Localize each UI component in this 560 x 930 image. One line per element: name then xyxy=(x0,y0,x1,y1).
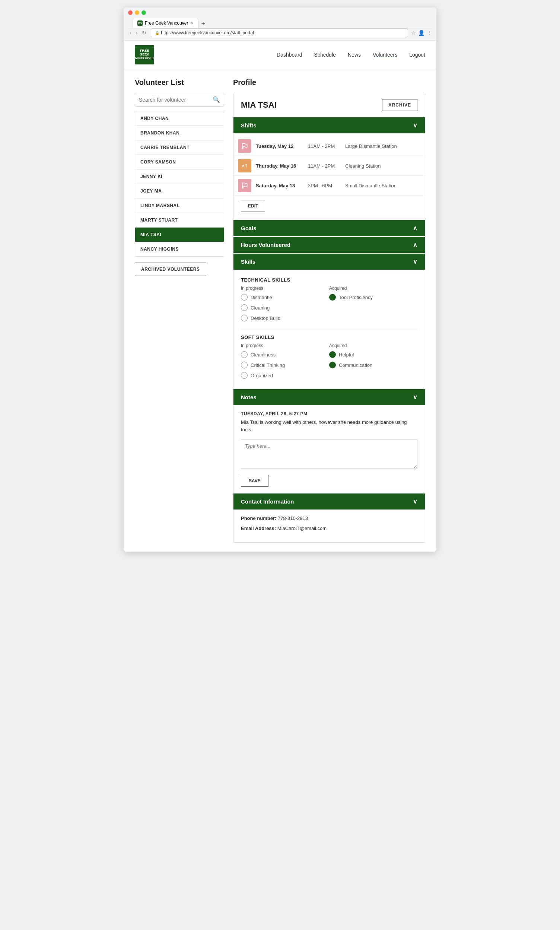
skills-label: Skills xyxy=(241,259,255,265)
url-bar[interactable]: 🔒 https://www.freegeekvancouver.org/staf… xyxy=(151,28,408,37)
notes-textarea[interactable] xyxy=(241,439,417,469)
volunteer-item-lindy-marshal[interactable]: LINDY MARSHAL xyxy=(135,199,224,213)
skill-cleanliness-label: Cleanliness xyxy=(251,352,275,357)
shift-day-3: Saturday, May 18 xyxy=(256,183,308,188)
soft-skills-title: SOFT SKILLS xyxy=(241,334,417,340)
shifts-section: Shifts ∨ Tuesday, May xyxy=(234,117,425,219)
nav-logout[interactable]: Logout xyxy=(409,52,425,58)
volunteer-item-joey-ma[interactable]: JOEY MA xyxy=(135,184,224,199)
menu-icon[interactable]: ⋮ xyxy=(427,30,432,36)
new-tab-icon[interactable]: + xyxy=(202,20,206,28)
soft-in-progress-col: In progress Cleanliness Critical Thinkin… xyxy=(241,343,329,382)
volunteer-item-marty-stuart[interactable]: MARTY STUART xyxy=(135,213,224,228)
logo-text: FREEGEEKVANCOUVER xyxy=(134,49,155,60)
nav-dashboard[interactable]: Dashboard xyxy=(277,52,302,58)
profile-panel: Profile MIA TSAI ARCHIVE Shifts ∨ xyxy=(233,78,425,543)
browser-actions: ☆ 👤 ⋮ xyxy=(411,30,432,36)
skills-section: Skills ∨ TECHNICAL SKILLS In progress xyxy=(234,254,425,388)
search-box[interactable]: 🔍 xyxy=(135,93,224,106)
skill-circle-desktop xyxy=(241,315,248,322)
shift-row-3: Saturday, May 18 3PM - 6PM Small Dismant… xyxy=(234,176,425,196)
skill-circle-organized xyxy=(241,372,248,379)
phone-label: Phone number: xyxy=(241,516,276,521)
shift-icon-dismantle-2 xyxy=(238,179,251,192)
url-text: https://www.freegeekvancouver.org/staff_… xyxy=(161,30,254,35)
star-icon[interactable]: ☆ xyxy=(411,30,416,36)
profile-header: MIA TSAI ARCHIVE xyxy=(234,93,425,117)
close-dot[interactable] xyxy=(128,11,132,15)
notes-header[interactable]: Notes ∨ xyxy=(234,389,425,405)
sidebar: Volunteer List 🔍 ANDY CHAN BRANDON KHAN … xyxy=(135,78,224,543)
volunteer-item-mia-tsai[interactable]: MIA TSAI xyxy=(135,228,224,242)
shift-day-2: Thursday, May 16 xyxy=(256,163,308,169)
skill-organized: Organized xyxy=(241,372,329,379)
save-note-button[interactable]: SAVE xyxy=(241,475,268,487)
forward-arrow[interactable]: › xyxy=(134,29,139,37)
contact-header[interactable]: Contact Information ∨ xyxy=(234,493,425,510)
skill-dismantle: Dismantle xyxy=(241,294,329,300)
lock-icon: 🔒 xyxy=(155,31,159,35)
goals-label: Goals xyxy=(241,225,257,231)
archived-volunteers-button[interactable]: ARCHIVED VOLUNTEERS xyxy=(135,263,206,276)
skill-critical-label: Critical Thinking xyxy=(251,362,285,368)
skill-circle-communication xyxy=(329,362,336,368)
shift-station-2: Cleaning Station xyxy=(345,163,380,169)
soft-acquired-col: Acquired Helpful Communication xyxy=(329,343,417,382)
soft-skills-columns: In progress Cleanliness Critical Thinkin… xyxy=(241,343,417,382)
technical-acquired-col: Acquired Tool Proficiency xyxy=(329,286,417,325)
active-tab[interactable]: FG Free Geek Vancouver ✕ xyxy=(132,18,198,28)
nav-news[interactable]: News xyxy=(348,52,361,58)
skill-cleanliness: Cleanliness xyxy=(241,351,329,358)
volunteer-item-cory-samson[interactable]: CORY SAMSON xyxy=(135,155,224,169)
volunteer-item-jenny-ki[interactable]: JENNY KI xyxy=(135,169,224,184)
notes-content: TUESDAY, APRIL 28, 5:27 PM Mia Tsai is w… xyxy=(234,405,425,493)
shifts-chevron: ∨ xyxy=(413,122,417,129)
skill-helpful-label: Helpful xyxy=(339,352,354,357)
skill-helpful: Helpful xyxy=(329,351,417,358)
contact-content: Phone number: 778-310-2913 Email Address… xyxy=(234,510,425,542)
nav-volunteers[interactable]: Volunteers xyxy=(373,52,397,58)
tab-close-icon[interactable]: ✕ xyxy=(191,21,194,25)
archive-button[interactable]: ARCHIVE xyxy=(382,99,417,111)
contact-label: Contact Information xyxy=(241,498,294,505)
minimize-dot[interactable] xyxy=(135,11,139,15)
hours-header[interactable]: Hours Volunteered ∧ xyxy=(234,237,425,253)
shifts-header[interactable]: Shifts ∨ xyxy=(234,117,425,133)
notes-section: Notes ∨ TUESDAY, APRIL 28, 5:27 PM Mia T… xyxy=(234,389,425,493)
goals-chevron: ∧ xyxy=(413,225,417,232)
browser-window: FG Free Geek Vancouver ✕ + ‹ › ↻ 🔒 https… xyxy=(124,8,436,551)
shift-row-2: Thursday, May 16 11AM - 2PM Cleaning Sta… xyxy=(234,156,425,176)
volunteer-item-brandon-khan[interactable]: BRANDON KHAN xyxy=(135,126,224,140)
back-arrow[interactable]: ‹ xyxy=(128,29,133,37)
volunteer-item-carrie-tremblant[interactable]: CARRIE TREMBLANT xyxy=(135,140,224,155)
skill-circle-critical xyxy=(241,362,248,368)
nav-schedule[interactable]: Schedule xyxy=(314,52,336,58)
phone-row: Phone number: 778-310-2913 xyxy=(241,516,417,521)
hours-section: Hours Volunteered ∧ xyxy=(234,237,425,253)
skill-critical-thinking: Critical Thinking xyxy=(241,362,329,368)
logo: FREEGEEKVANCOUVER xyxy=(135,45,154,65)
email-row: Email Address: MiaCarolT@email.com xyxy=(241,525,417,531)
maximize-dot[interactable] xyxy=(142,11,146,15)
volunteer-item-andy-chan[interactable]: ANDY CHAN xyxy=(135,111,224,126)
soft-acquired-label: Acquired xyxy=(329,343,417,348)
skills-header[interactable]: Skills ∨ xyxy=(234,254,425,269)
edit-shifts-button[interactable]: EDIT xyxy=(241,200,265,212)
top-nav: FREEGEEKVANCOUVER Dashboard Schedule New… xyxy=(124,41,436,69)
skill-organized-label: Organized xyxy=(251,373,273,379)
note-text: Mia Tsai is working well with others, ho… xyxy=(241,419,417,433)
reload-icon[interactable]: ↻ xyxy=(140,29,148,37)
goals-header[interactable]: Goals ∧ xyxy=(234,220,425,236)
volunteer-item-nancy-higgins[interactable]: NANCY HIGGINS xyxy=(135,242,224,256)
volunteer-name: MIA TSAI xyxy=(241,100,277,110)
skill-circle-helpful xyxy=(329,351,336,358)
profile-icon[interactable]: 👤 xyxy=(418,30,425,36)
skill-circle-cleanliness xyxy=(241,351,248,358)
search-input[interactable] xyxy=(139,97,212,103)
nav-arrows: ‹ › ↻ xyxy=(128,29,148,37)
soft-in-progress-label: In progress xyxy=(241,343,329,348)
traffic-lights xyxy=(128,11,432,15)
skill-communication: Communication xyxy=(329,362,417,368)
shifts-label: Shifts xyxy=(241,122,257,128)
hours-label: Hours Volunteered xyxy=(241,242,291,248)
